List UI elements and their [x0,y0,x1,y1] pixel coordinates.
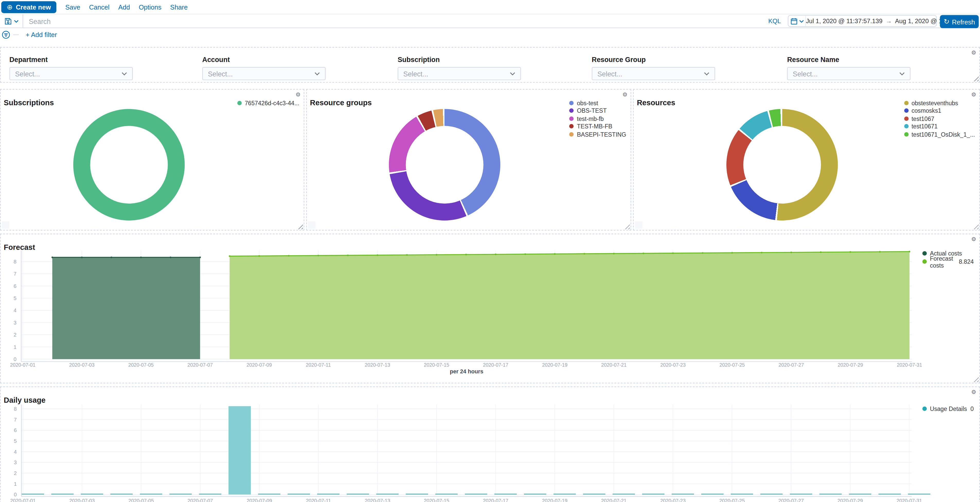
area-series [52,257,200,359]
arrow-right-icon: → [886,18,892,24]
svg-text:2020-07-03: 2020-07-03 [70,498,95,502]
svg-text:2020-07-21: 2020-07-21 [601,498,627,502]
bar [583,494,606,494]
search-input[interactable] [23,17,762,25]
bar [317,494,339,494]
legend-dot-icon [923,259,927,264]
legend-item[interactable]: Forecast costs8.824 [923,258,974,265]
legend-item[interactable]: 7657426d-c4c3-44... [237,100,299,106]
add-button[interactable]: Add [118,3,130,11]
plus-circle-icon: ⊕ [7,3,13,10]
chevron-down-icon [510,72,515,76]
account-select[interactable]: Select... [202,67,326,80]
data-point [406,254,408,256]
select-placeholder: Select... [203,70,314,77]
resources-donut-chart[interactable] [726,109,838,220]
calendar-button[interactable] [788,16,806,26]
legend-item[interactable]: test10671 [904,123,975,130]
filter-options-button[interactable] [2,30,10,38]
refresh-label: Refresh [952,18,975,25]
panel-resize-handle[interactable] [973,76,979,81]
legend-dot-icon [904,116,908,121]
add-filter-button[interactable]: + Add filter [22,30,61,39]
svg-text:2020-07-31: 2020-07-31 [897,362,922,368]
subscriptions-donut-chart[interactable] [73,109,185,220]
share-button[interactable]: Share [170,3,188,11]
svg-text:2020-07-07: 2020-07-07 [188,498,213,502]
gear-icon[interactable]: ⚙ [294,91,302,98]
bar [376,494,399,494]
legend-toggle-button[interactable] [635,221,643,228]
legend-item[interactable]: test1067 [904,115,975,122]
legend-item[interactable]: OBS-TEST [570,108,626,114]
create-new-button[interactable]: ⊕ Create new [1,1,57,13]
area-series [230,252,910,359]
svg-text:4: 4 [14,449,17,455]
save-button[interactable]: Save [65,3,80,11]
legend-item[interactable]: obs-test [570,100,626,106]
filter-bar: + Add filter [0,28,980,41]
legend-toggle-button[interactable] [308,221,316,228]
svg-text:2020-07-27: 2020-07-27 [778,498,804,502]
forecast-area-chart[interactable]: 2020-07-012020-07-032020-07-052020-07-07… [0,234,979,383]
kql-button[interactable]: KQL [762,18,787,24]
resource-group-select[interactable]: Select... [592,67,715,80]
svg-text:2020-07-09: 2020-07-09 [247,362,272,368]
data-point [584,253,585,255]
data-point [288,255,290,257]
legend-dot-icon [904,124,908,129]
daily-usage-bar-chart[interactable]: 2020-07-012020-07-032020-07-052020-07-07… [0,387,979,502]
legend-item[interactable]: Usage Details0 [923,405,974,412]
legend-item[interactable]: cosmosks1 [904,108,975,114]
svg-text:2020-07-03: 2020-07-03 [69,362,95,368]
data-point [258,255,260,257]
data-point [317,255,319,256]
resource-groups-donut-chart[interactable] [389,109,500,220]
svg-text:2: 2 [14,470,17,476]
cancel-button[interactable]: Cancel [89,3,110,11]
legend-toggle-button[interactable] [2,221,9,228]
refresh-button[interactable]: ↻ Refresh [940,15,979,28]
panel-title: Resource groups [310,98,372,107]
legend-label: 7657426d-c4c3-44... [245,99,299,106]
gear-icon[interactable]: ⚙ [970,49,977,56]
data-point [554,253,555,255]
control-department: Department Select... [10,56,133,80]
data-point [51,257,53,258]
data-point [909,251,910,252]
gear-icon[interactable]: ⚙ [621,91,628,98]
chevron-down-icon [13,19,18,24]
legend-item[interactable]: obstesteventhubs [904,100,975,106]
chevron-down-icon [799,19,803,24]
legend-item[interactable]: TEST-MB-FB [570,123,626,130]
data-point [436,254,437,255]
control-account: Account Select... [202,56,326,80]
bar [140,494,162,494]
date-range-start[interactable]: Jul 1, 2020 @ 11:37:57.139 [806,18,883,24]
bar [878,494,901,494]
legend-item[interactable]: test-mb-fb [570,115,626,122]
department-select[interactable]: Select... [10,67,133,80]
saved-query-button[interactable] [0,14,23,27]
panel-resize-handle[interactable] [298,223,303,229]
legend-dot-icon [904,132,908,136]
panel-resize-handle[interactable] [973,223,979,229]
svg-text:7: 7 [14,271,16,277]
legend-label: test10671_OsDisk_1_... [912,131,975,138]
options-button[interactable]: Options [138,3,161,11]
gear-icon[interactable]: ⚙ [970,91,977,98]
legend-value: 0 [970,405,974,412]
calendar-icon [790,17,797,25]
legend-item[interactable]: test10671_OsDisk_1_... [904,131,975,138]
gridlines [21,405,912,494]
bar [170,494,192,494]
subscription-select[interactable]: Select... [398,67,521,80]
panel-resize-handle[interactable] [624,223,630,229]
legend-label: test10671 [912,123,938,130]
chart-legend: Actual costsForecast costs8.824 [923,250,974,265]
select-placeholder: Select... [592,70,704,77]
legend-item[interactable]: BASEPI-TESTING [570,131,626,138]
svg-text:2020-07-25: 2020-07-25 [719,362,745,368]
donut-hole [90,126,168,204]
resource-name-select[interactable]: Select... [787,67,910,80]
